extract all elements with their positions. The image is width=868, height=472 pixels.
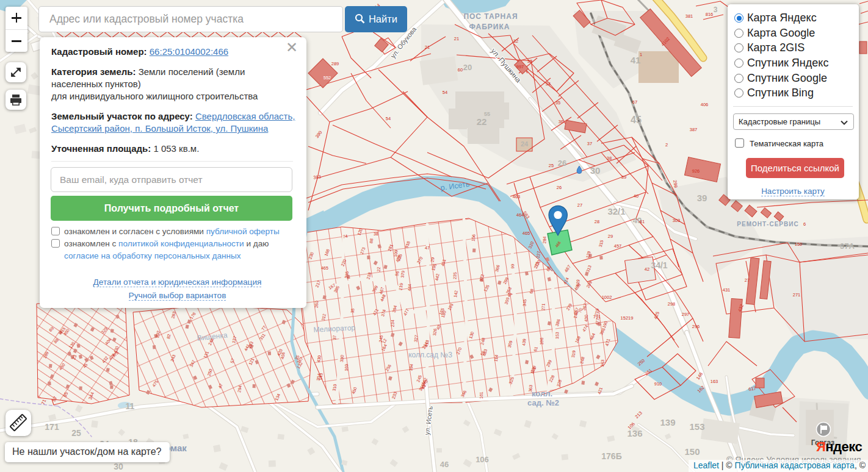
- svg-text:106: 106: [476, 455, 489, 464]
- svg-text:439: 439: [522, 338, 527, 346]
- svg-text:169: 169: [344, 364, 349, 371]
- svg-text:39: 39: [621, 174, 626, 180]
- svg-text:345: 345: [522, 299, 527, 306]
- svg-text:21: 21: [425, 45, 430, 50]
- svg-text:29: 29: [430, 257, 435, 262]
- svg-text:88: 88: [369, 238, 374, 244]
- svg-text:33: 33: [527, 59, 532, 64]
- svg-text:54: 54: [443, 90, 447, 95]
- svg-text:46: 46: [440, 460, 449, 469]
- svg-text:910: 910: [654, 381, 662, 387]
- svg-text:41: 41: [631, 55, 641, 65]
- svg-text:27: 27: [745, 277, 750, 283]
- svg-text:47: 47: [425, 246, 430, 250]
- svg-text:26: 26: [558, 159, 566, 168]
- svg-text:60: 60: [458, 67, 463, 73]
- svg-text:271: 271: [541, 303, 546, 310]
- svg-text:сад. №2: сад. №2: [527, 398, 559, 407]
- svg-text:343: 343: [600, 360, 605, 367]
- svg-text:РЕМОНТ-СЕРВИС: РЕМОНТ-СЕРВИС: [737, 221, 798, 227]
- svg-text:32: 32: [513, 38, 518, 44]
- svg-text:552: 552: [324, 75, 331, 80]
- svg-text:29: 29: [608, 234, 613, 239]
- svg-text:45: 45: [631, 115, 642, 125]
- svg-text:6: 6: [803, 221, 806, 227]
- svg-text:37: 37: [587, 141, 592, 146]
- svg-text:37: 37: [332, 335, 337, 340]
- svg-text:406: 406: [701, 102, 709, 107]
- svg-text:297: 297: [682, 312, 690, 317]
- svg-text:11: 11: [126, 401, 135, 411]
- svg-text:21: 21: [454, 36, 459, 41]
- svg-text:34: 34: [546, 81, 551, 87]
- svg-text:67: 67: [632, 99, 637, 105]
- svg-text:32/1: 32/1: [607, 206, 625, 216]
- svg-text:176Б: 176Б: [601, 451, 621, 461]
- svg-text:227: 227: [536, 251, 541, 259]
- svg-text:42: 42: [645, 266, 649, 272]
- svg-text:289: 289: [331, 61, 339, 66]
- svg-text:379: 379: [400, 270, 405, 277]
- svg-text:396: 396: [540, 338, 544, 345]
- svg-text:153: 153: [689, 421, 704, 432]
- svg-text:1002: 1002: [602, 295, 612, 300]
- svg-text:22: 22: [477, 116, 487, 127]
- svg-text:303: 303: [673, 218, 681, 223]
- svg-text:37А: 37А: [840, 241, 855, 251]
- svg-text:234: 234: [390, 320, 394, 327]
- svg-text:816: 816: [706, 12, 714, 17]
- svg-text:260: 260: [314, 301, 319, 308]
- svg-text:колл.: колл.: [532, 389, 552, 398]
- svg-text:383: 383: [313, 174, 322, 181]
- svg-text:284: 284: [542, 236, 547, 243]
- svg-text:3: 3: [714, 5, 718, 14]
- svg-text:35: 35: [555, 100, 560, 105]
- svg-text:465: 465: [321, 266, 328, 270]
- svg-text:271: 271: [793, 292, 801, 298]
- svg-text:38: 38: [374, 232, 378, 236]
- svg-text:25: 25: [549, 163, 554, 168]
- svg-text:926: 926: [692, 168, 700, 174]
- svg-text:ФАБРИКА: ФАБРИКА: [469, 23, 510, 31]
- svg-text:41: 41: [640, 219, 645, 224]
- svg-text:40: 40: [634, 193, 638, 199]
- svg-text:381: 381: [685, 13, 693, 19]
- svg-text:38: 38: [607, 156, 612, 161]
- svg-text:791: 791: [593, 314, 601, 320]
- svg-text:55: 55: [484, 111, 490, 117]
- svg-text:колл.сад №3: колл.сад №3: [408, 351, 452, 359]
- svg-text:30: 30: [590, 165, 601, 176]
- svg-text:387: 387: [690, 127, 698, 132]
- svg-text:36: 36: [559, 119, 563, 124]
- svg-text:161: 161: [479, 392, 483, 399]
- svg-text:431: 431: [723, 287, 731, 293]
- svg-text:20: 20: [463, 63, 472, 72]
- svg-text:35: 35: [350, 308, 355, 313]
- svg-text:235: 235: [452, 272, 457, 279]
- svg-text:ПОС ТАРНАЯ: ПОС ТАРНАЯ: [463, 12, 518, 21]
- svg-text:296: 296: [692, 324, 700, 329]
- svg-text:25: 25: [71, 428, 81, 438]
- svg-text:39: 39: [697, 193, 707, 203]
- svg-text:28: 28: [595, 219, 599, 224]
- svg-text:24: 24: [521, 140, 529, 148]
- svg-text:444: 444: [407, 284, 412, 291]
- svg-text:34/1: 34/1: [651, 260, 667, 270]
- svg-text:99: 99: [510, 264, 515, 269]
- svg-text:463: 463: [513, 194, 521, 199]
- svg-text:150: 150: [684, 446, 700, 457]
- svg-text:298: 298: [668, 301, 676, 307]
- svg-text:330: 330: [339, 355, 344, 362]
- svg-text:54: 54: [386, 116, 391, 121]
- svg-text:156: 156: [471, 234, 476, 241]
- svg-text:27: 27: [577, 202, 582, 208]
- svg-text:139: 139: [660, 417, 675, 427]
- svg-text:394: 394: [408, 363, 413, 371]
- svg-text:285: 285: [344, 271, 349, 279]
- svg-text:465: 465: [523, 231, 530, 236]
- svg-text:26: 26: [557, 185, 562, 190]
- svg-text:15219: 15219: [621, 315, 634, 321]
- svg-text:457: 457: [614, 243, 622, 249]
- svg-text:74: 74: [342, 234, 348, 238]
- svg-text:30: 30: [114, 462, 123, 471]
